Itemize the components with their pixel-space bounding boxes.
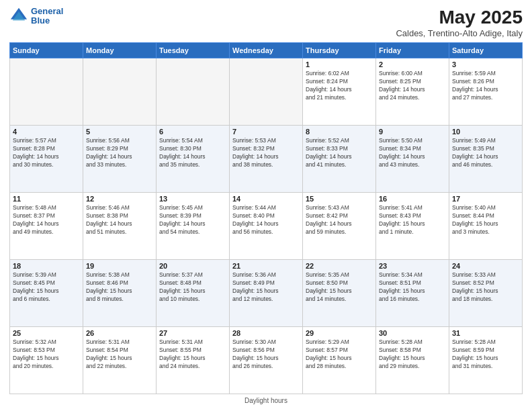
day-number: 14 <box>232 195 300 203</box>
week-row-3: 11Sunrise: 5:48 AM Sunset: 8:37 PM Dayli… <box>10 193 523 260</box>
day-cell: 24Sunrise: 5:33 AM Sunset: 8:52 PM Dayli… <box>449 260 523 327</box>
week-row-1: 1Sunrise: 6:02 AM Sunset: 8:24 PM Daylig… <box>10 58 523 126</box>
day-number: 18 <box>13 262 80 270</box>
day-cell: 16Sunrise: 5:41 AM Sunset: 8:43 PM Dayli… <box>376 193 449 260</box>
day-cell: 15Sunrise: 5:43 AM Sunset: 8:42 PM Dayli… <box>303 193 376 260</box>
day-number: 22 <box>306 262 373 270</box>
day-cell: 18Sunrise: 5:39 AM Sunset: 8:45 PM Dayli… <box>10 260 83 327</box>
day-number: 31 <box>452 329 519 337</box>
day-info: Sunrise: 5:30 AM Sunset: 8:56 PM Dayligh… <box>232 338 300 371</box>
day-number: 3 <box>452 60 519 68</box>
day-cell: 14Sunrise: 5:44 AM Sunset: 8:40 PM Dayli… <box>230 193 303 260</box>
day-info: Sunrise: 5:59 AM Sunset: 8:26 PM Dayligh… <box>452 70 519 102</box>
footer-note-text: Daylight hours <box>245 397 287 404</box>
day-info: Sunrise: 5:36 AM Sunset: 8:49 PM Dayligh… <box>232 271 300 304</box>
day-info: Sunrise: 5:46 AM Sunset: 8:38 PM Dayligh… <box>86 204 153 236</box>
footer-note: Daylight hours <box>9 397 523 404</box>
day-cell: 27Sunrise: 5:31 AM Sunset: 8:55 PM Dayli… <box>157 327 230 394</box>
day-cell: 28Sunrise: 5:30 AM Sunset: 8:56 PM Dayli… <box>230 327 303 394</box>
day-info: Sunrise: 5:29 AM Sunset: 8:57 PM Dayligh… <box>306 338 373 371</box>
logo: General Blue <box>9 7 63 26</box>
day-info: Sunrise: 5:54 AM Sunset: 8:30 PM Dayligh… <box>159 137 226 169</box>
day-cell: 29Sunrise: 5:29 AM Sunset: 8:57 PM Dayli… <box>303 327 376 394</box>
day-number: 20 <box>159 262 226 270</box>
day-info: Sunrise: 5:31 AM Sunset: 8:55 PM Dayligh… <box>159 338 226 371</box>
day-number: 7 <box>232 128 300 136</box>
header: General Blue May 2025 Caldes, Trentino-A… <box>9 7 523 38</box>
day-cell: 10Sunrise: 5:49 AM Sunset: 8:35 PM Dayli… <box>449 126 523 193</box>
logo-line1: General <box>31 7 63 16</box>
col-header-tuesday: Tuesday <box>157 43 230 58</box>
day-info: Sunrise: 5:57 AM Sunset: 8:28 PM Dayligh… <box>13 137 80 169</box>
day-info: Sunrise: 5:32 AM Sunset: 8:53 PM Dayligh… <box>13 338 80 371</box>
day-number: 19 <box>86 262 153 270</box>
day-number: 29 <box>306 329 373 337</box>
logo-icon <box>9 7 28 26</box>
day-cell: 22Sunrise: 5:35 AM Sunset: 8:50 PM Dayli… <box>303 260 376 327</box>
day-info: Sunrise: 5:56 AM Sunset: 8:29 PM Dayligh… <box>86 137 153 169</box>
page: General Blue May 2025 Caldes, Trentino-A… <box>0 0 532 411</box>
day-info: Sunrise: 5:39 AM Sunset: 8:45 PM Dayligh… <box>13 271 80 304</box>
month-year: May 2025 <box>396 7 523 28</box>
day-info: Sunrise: 5:34 AM Sunset: 8:51 PM Dayligh… <box>379 271 446 304</box>
day-cell <box>83 58 157 126</box>
day-info: Sunrise: 5:28 AM Sunset: 8:58 PM Dayligh… <box>379 338 446 371</box>
day-cell: 20Sunrise: 5:37 AM Sunset: 8:48 PM Dayli… <box>157 260 230 327</box>
day-info: Sunrise: 5:35 AM Sunset: 8:50 PM Dayligh… <box>306 271 373 304</box>
day-info: Sunrise: 5:33 AM Sunset: 8:52 PM Dayligh… <box>452 271 519 304</box>
day-cell <box>157 58 230 126</box>
day-cell: 8Sunrise: 5:52 AM Sunset: 8:33 PM Daylig… <box>303 126 376 193</box>
day-info: Sunrise: 6:00 AM Sunset: 8:25 PM Dayligh… <box>379 70 446 102</box>
day-number: 21 <box>232 262 300 270</box>
col-header-wednesday: Wednesday <box>230 43 303 58</box>
day-info: Sunrise: 5:37 AM Sunset: 8:48 PM Dayligh… <box>159 271 226 304</box>
day-cell: 5Sunrise: 5:56 AM Sunset: 8:29 PM Daylig… <box>83 126 157 193</box>
day-info: Sunrise: 5:45 AM Sunset: 8:39 PM Dayligh… <box>159 204 226 236</box>
day-cell: 25Sunrise: 5:32 AM Sunset: 8:53 PM Dayli… <box>10 327 83 394</box>
day-number: 27 <box>159 329 226 337</box>
day-number: 26 <box>86 329 153 337</box>
day-cell: 26Sunrise: 5:31 AM Sunset: 8:54 PM Dayli… <box>83 327 157 394</box>
day-number: 10 <box>452 128 519 136</box>
day-info: Sunrise: 5:52 AM Sunset: 8:33 PM Dayligh… <box>306 137 373 169</box>
day-info: Sunrise: 5:38 AM Sunset: 8:46 PM Dayligh… <box>86 271 153 304</box>
day-cell: 23Sunrise: 5:34 AM Sunset: 8:51 PM Dayli… <box>376 260 449 327</box>
day-number: 24 <box>452 262 519 270</box>
day-cell <box>10 58 83 126</box>
logo-text: General Blue <box>31 7 63 26</box>
day-info: Sunrise: 5:48 AM Sunset: 8:37 PM Dayligh… <box>13 204 80 236</box>
day-cell: 19Sunrise: 5:38 AM Sunset: 8:46 PM Dayli… <box>83 260 157 327</box>
day-cell: 13Sunrise: 5:45 AM Sunset: 8:39 PM Dayli… <box>157 193 230 260</box>
day-number: 17 <box>452 195 519 203</box>
day-number: 13 <box>159 195 226 203</box>
day-info: Sunrise: 5:41 AM Sunset: 8:43 PM Dayligh… <box>379 204 446 236</box>
day-cell: 31Sunrise: 5:28 AM Sunset: 8:59 PM Dayli… <box>449 327 523 394</box>
day-cell: 21Sunrise: 5:36 AM Sunset: 8:49 PM Dayli… <box>230 260 303 327</box>
day-number: 25 <box>13 329 80 337</box>
day-number: 28 <box>232 329 300 337</box>
calendar-header-row: SundayMondayTuesdayWednesdayThursdayFrid… <box>10 43 523 58</box>
col-header-friday: Friday <box>376 43 449 58</box>
day-info: Sunrise: 5:44 AM Sunset: 8:40 PM Dayligh… <box>232 204 300 236</box>
day-info: Sunrise: 5:40 AM Sunset: 8:44 PM Dayligh… <box>452 204 519 236</box>
day-cell: 2Sunrise: 6:00 AM Sunset: 8:25 PM Daylig… <box>376 58 449 126</box>
day-cell: 11Sunrise: 5:48 AM Sunset: 8:37 PM Dayli… <box>10 193 83 260</box>
day-cell: 4Sunrise: 5:57 AM Sunset: 8:28 PM Daylig… <box>10 126 83 193</box>
week-row-4: 18Sunrise: 5:39 AM Sunset: 8:45 PM Dayli… <box>10 260 523 327</box>
day-number: 23 <box>379 262 446 270</box>
day-number: 16 <box>379 195 446 203</box>
title-block: May 2025 Caldes, Trentino-Alto Adige, It… <box>396 7 523 38</box>
day-cell: 12Sunrise: 5:46 AM Sunset: 8:38 PM Dayli… <box>83 193 157 260</box>
col-header-thursday: Thursday <box>303 43 376 58</box>
day-number: 9 <box>379 128 446 136</box>
col-header-monday: Monday <box>83 43 157 58</box>
day-info: Sunrise: 5:49 AM Sunset: 8:35 PM Dayligh… <box>452 137 519 169</box>
day-info: Sunrise: 5:28 AM Sunset: 8:59 PM Dayligh… <box>452 338 519 371</box>
day-info: Sunrise: 5:50 AM Sunset: 8:34 PM Dayligh… <box>379 137 446 169</box>
day-cell: 6Sunrise: 5:54 AM Sunset: 8:30 PM Daylig… <box>157 126 230 193</box>
day-cell <box>230 58 303 126</box>
day-info: Sunrise: 6:02 AM Sunset: 8:24 PM Dayligh… <box>306 70 373 102</box>
col-header-saturday: Saturday <box>449 43 523 58</box>
day-cell: 9Sunrise: 5:50 AM Sunset: 8:34 PM Daylig… <box>376 126 449 193</box>
day-number: 6 <box>159 128 226 136</box>
